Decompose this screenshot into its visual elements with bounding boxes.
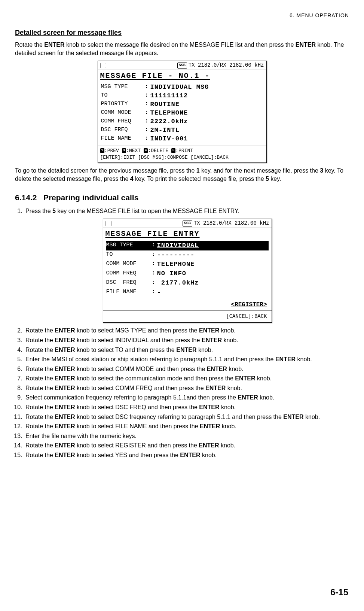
- lcd-colon: :: [152, 251, 157, 259]
- step-item: Rotate the ENTER knob to select INDIVIDU…: [24, 336, 349, 344]
- bold-ref: ENTER: [283, 414, 303, 420]
- subsection-title: Preparing individual calls: [43, 193, 138, 202]
- lcd-colon: :: [152, 279, 157, 288]
- lcd-field-label: MSG TYPE: [106, 241, 152, 250]
- bold-ref: ENTER: [238, 394, 258, 401]
- lcd-field-label: COMM MODE: [106, 260, 152, 269]
- key-ref: 3: [320, 167, 323, 174]
- key-badge: 5: [171, 148, 175, 153]
- lcd-field-label: DSC FREQ: [106, 279, 152, 288]
- key-ref: 1: [196, 167, 200, 174]
- bold-ref: ENTER: [55, 414, 75, 420]
- lcd-field-value: 2M-INTL: [150, 126, 180, 135]
- bold-ref: ENTER: [55, 375, 75, 382]
- bold-ref: ENTER: [55, 337, 75, 343]
- lcd-row: COMM MODE:TELEPHONE: [101, 109, 263, 118]
- lcd-field-label: FILE NAME: [106, 288, 152, 297]
- lcd-colon: :: [145, 83, 150, 92]
- lcd-colon: :: [145, 109, 150, 118]
- bold-ref: ENTER: [55, 385, 75, 391]
- section-title: Detailed screen for message files: [15, 28, 349, 37]
- enter-knob-ref: ENTER: [44, 42, 64, 48]
- bold-ref: ENTER: [55, 404, 75, 410]
- text: key. To print the selected message file,…: [134, 176, 266, 182]
- lcd-row: FILE NAME: -: [106, 288, 269, 297]
- lcd-row: MSG TYPE:INDIVIDUAL MSG: [101, 83, 263, 92]
- lcd-field-value: 2177.0kHz: [157, 279, 199, 288]
- enter-knob-ref: ENTER: [296, 42, 316, 48]
- subsection-heading: 6.14.2 Preparing individual calls: [15, 192, 349, 203]
- lcd-field-label: FILE NAME: [101, 135, 145, 143]
- bold-ref: ENTER: [55, 366, 75, 372]
- lcd-row: TO:111111112: [101, 92, 263, 100]
- lcd-colon: :: [145, 100, 150, 109]
- freq-readout: TX 2182.0/RX 2182.00 kHz: [189, 62, 264, 69]
- key-badge: 3: [122, 148, 126, 153]
- lcd-title: MESSAGE FILE - NO.1 -: [98, 70, 266, 82]
- step-item: Select communication frequency referring…: [24, 393, 349, 402]
- step-item: Rotate the ENTER knob to select DSC FREQ…: [24, 403, 349, 411]
- lcd-field-label: COMM FREQ: [101, 118, 145, 126]
- lcd-row: FILE NAME:INDIV-001: [101, 135, 263, 143]
- bold-ref: ENTER: [55, 423, 75, 429]
- lcd-field-label: TO: [106, 251, 152, 259]
- freq-readout: TX 2182.0/RX 2182.00 kHz: [194, 220, 269, 227]
- lcd-colon: :: [152, 288, 157, 297]
- step-item: Rotate the ENTER knob to select COMM MOD…: [24, 365, 349, 373]
- subsection-number: 6.14.2: [15, 193, 37, 202]
- bold-ref: ENTER: [235, 375, 255, 382]
- step-item: Press the 5 key on the MESSAGE FILE list…: [24, 207, 349, 323]
- bold-ref: ENTER: [55, 442, 75, 449]
- lcd-title: MESSAGE FILE ENTRY: [103, 228, 272, 240]
- lcd-field-value: NO INFO: [157, 270, 186, 278]
- step-item: Rotate the ENTER knob to select TO and t…: [24, 346, 349, 354]
- bold-ref: ENTER: [55, 347, 75, 353]
- bold-ref: ENTER: [55, 452, 75, 458]
- bold-ref: ENTER: [205, 385, 226, 391]
- ssb-badge: SSB: [183, 221, 192, 227]
- lcd-footer-line1: 1:PREV 3:NEXT 4:DELETE 5:PRINT: [100, 148, 264, 154]
- intro-paragraph-1: Rotate the ENTER knob to select the mess…: [15, 41, 349, 57]
- lcd-colon: :: [145, 135, 150, 143]
- bold-ref: ENTER: [199, 327, 219, 334]
- bold-ref: ENTER: [202, 337, 222, 343]
- lcd-message-file-detail: SSB TX 2182.0/RX 2182.00 kHz MESSAGE FIL…: [98, 61, 267, 163]
- speaker-icon: [105, 221, 111, 226]
- lcd-row: MSG TYPE : INDIVIDUAL: [106, 241, 269, 250]
- lcd-field-value: INDIV-001: [150, 135, 188, 143]
- lcd-field-label: COMM FREQ: [106, 270, 152, 278]
- page-number: 6-15: [330, 586, 348, 598]
- steps-list: Press the 5 key on the MESSAGE FILE list…: [15, 207, 349, 459]
- step-item: Rotate the ENTER knob to select MSG TYPE…: [24, 326, 349, 335]
- intro-paragraph-2: To go to the detailed screen for the pre…: [15, 167, 349, 183]
- bold-ref: ENTER: [176, 347, 196, 353]
- text: Rotate the: [15, 42, 44, 48]
- bold-ref: ENTER: [180, 452, 200, 458]
- lcd-field-value: INDIVIDUAL MSG: [150, 83, 209, 92]
- bold-ref: ENTER: [199, 404, 219, 410]
- lcd-field-label: MSG TYPE: [101, 83, 145, 92]
- step-item: Rotate the ENTER knob to select YES and …: [24, 451, 349, 459]
- lcd-footer-line2: [ENTER]:EDIT [DSC MSG]:COMPOSE [CANCEL]:…: [100, 154, 264, 161]
- step-item: Rotate the ENTER knob to select COMM FRE…: [24, 384, 349, 392]
- lcd-colon: :: [152, 270, 157, 278]
- lcd-field-label: TO: [101, 92, 145, 100]
- step-item: Rotate the ENTER knob to select REGISTER…: [24, 441, 349, 450]
- cancel-back-hint: [CANCEL]:BACK: [103, 310, 272, 322]
- lcd-field-value: ---------: [157, 251, 195, 259]
- key-badge: 4: [144, 148, 148, 153]
- register-action: <REGISTER>: [103, 300, 272, 311]
- text: To go to the detailed screen for the pre…: [15, 167, 196, 174]
- bold-ref: ENTER: [55, 327, 75, 334]
- key-badge: 1: [100, 148, 104, 153]
- step-item: Rotate the ENTER knob to select DSC freq…: [24, 413, 349, 421]
- text: key, and for the next message file, pres…: [200, 167, 320, 174]
- text: key.: [269, 176, 281, 182]
- lcd-row: COMM MODE: TELEPHONE: [106, 260, 269, 269]
- lcd-colon: :: [152, 241, 157, 250]
- lcd-field-value: -: [157, 288, 161, 297]
- bold-ref: 5: [52, 208, 56, 214]
- lcd-field-label: DSC FREQ: [101, 126, 145, 135]
- chapter-header: 6. MENU OPERATION: [15, 12, 349, 19]
- lcd-row: DSC FREQ:2M-INTL: [101, 126, 263, 135]
